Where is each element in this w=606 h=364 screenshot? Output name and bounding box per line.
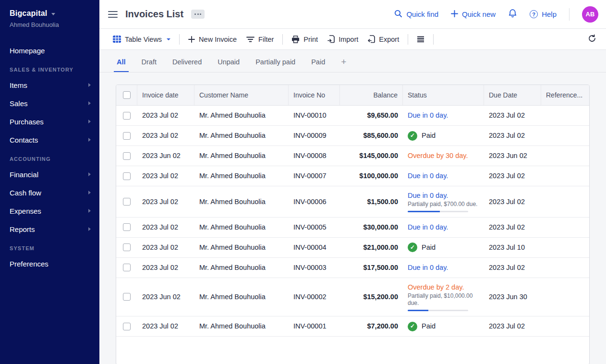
toolbar-divider: [179, 34, 180, 45]
help-button[interactable]: ? Help: [530, 10, 557, 18]
table-row[interactable]: 2023 Jul 02Mr. Ahmed BouhuoliaINV-00007$…: [116, 166, 589, 186]
row-checkbox[interactable]: [123, 112, 131, 120]
status-cell: Due in 0 day.: [403, 167, 484, 185]
select-all-checkbox[interactable]: [123, 91, 131, 99]
sidebar-item-financial[interactable]: Financial: [0, 165, 99, 183]
row-density-button[interactable]: [412, 32, 429, 47]
content: AllDraftDeliveredUnpaidPartially paidPai…: [99, 50, 606, 364]
tab-paid[interactable]: Paid: [311, 58, 325, 72]
sidebar: Bigcapital Ahmed Bouhuolia HomepageSALES…: [0, 0, 99, 364]
organization-switcher[interactable]: Bigcapital: [0, 9, 99, 18]
table-row[interactable]: 2023 Jul 02Mr. Ahmed BouhuoliaINV-00004$…: [116, 238, 589, 258]
row-checkbox[interactable]: [123, 152, 131, 160]
refresh-button[interactable]: [586, 32, 598, 47]
new-invoice-button[interactable]: New Invoice: [183, 32, 242, 47]
table-row[interactable]: 2023 Jun 02Mr. Ahmed BouhuoliaINV-00008$…: [116, 146, 589, 166]
table-row[interactable]: 2023 Jul 02Mr. Ahmed BouhuoliaINV-00006$…: [116, 186, 589, 218]
row-checkbox[interactable]: [123, 198, 131, 206]
menu-icon[interactable]: [108, 11, 118, 18]
import-button[interactable]: Import: [323, 32, 363, 47]
reference-cell: [541, 263, 589, 272]
invoice-date-cell: 2023 Jul 02: [137, 258, 194, 277]
due-date-cell: 2023 Jul 02: [484, 126, 541, 145]
tab-draft[interactable]: Draft: [142, 58, 157, 72]
table-row[interactable]: 2023 Jul 02Mr. Ahmed BouhuoliaINV-00010$…: [116, 106, 589, 126]
row-checkbox-cell: [116, 107, 137, 124]
row-checkbox[interactable]: [123, 172, 131, 180]
table-views-label: Table Views: [125, 36, 162, 43]
table-row[interactable]: 2023 Jul 02Mr. Ahmed BouhuoliaINV-00003$…: [116, 258, 589, 278]
sidebar-item-preferences[interactable]: Preferences: [0, 255, 99, 273]
quick-find-label: Quick find: [406, 10, 438, 18]
sidebar-item-label: Sales: [10, 99, 28, 108]
row-checkbox[interactable]: [123, 243, 131, 251]
filter-button[interactable]: Filter: [242, 32, 279, 47]
table-row[interactable]: 2023 Jul 02Mr. Ahmed BouhuoliaINV-00009$…: [116, 126, 589, 146]
add-view-button[interactable]: +: [341, 57, 346, 72]
sidebar-item-reports[interactable]: Reports: [0, 220, 99, 238]
more-options-button[interactable]: [191, 10, 205, 19]
toolbar-divider: [408, 34, 408, 45]
tab-unpaid[interactable]: Unpaid: [218, 58, 240, 72]
table-row[interactable]: 2023 Jun 02Mr. Ahmed BouhuoliaINV-00002$…: [116, 278, 589, 316]
row-checkbox-cell: [116, 168, 137, 185]
status-text: Due in 0 day.: [408, 191, 479, 200]
column-header-invoice-no[interactable]: Invoice No: [289, 85, 340, 105]
table-row[interactable]: 2023 Jul 02Mr. Ahmed BouhuoliaINV-00001$…: [116, 316, 589, 337]
reference-cell: [541, 243, 589, 252]
tab-delivered[interactable]: Delivered: [172, 58, 202, 72]
column-header-reference[interactable]: Reference...: [541, 85, 589, 105]
filter-label: Filter: [258, 36, 274, 43]
column-header-invoice-date[interactable]: Invoice date: [137, 85, 194, 105]
topbar: Invoices List Quick find Quick new: [99, 0, 606, 29]
paid-status-badge: ✓Paid: [408, 322, 479, 331]
sidebar-nav: HomepageSALES & INVENTORYItemsSalesPurch…: [0, 41, 99, 273]
table-grid-icon: [113, 36, 121, 43]
reference-cell: [541, 131, 589, 141]
sidebar-item-sales[interactable]: Sales: [0, 94, 99, 112]
table-views-button[interactable]: Table Views: [108, 32, 175, 47]
customer-name-cell: Mr. Ahmed Bouhuolia: [194, 167, 289, 185]
row-checkbox-cell: [116, 147, 137, 165]
toolbar-divider: [282, 34, 283, 45]
column-header-due-date[interactable]: Due Date: [484, 85, 541, 105]
balance-cell: $7,200.00: [340, 317, 403, 335]
sidebar-item-label: Financial: [10, 170, 38, 179]
plus-icon: [451, 10, 458, 19]
printer-icon: [291, 36, 300, 43]
column-header-status[interactable]: Status: [403, 85, 484, 105]
row-checkbox[interactable]: [123, 223, 131, 231]
sidebar-item-expenses[interactable]: Expenses: [0, 202, 99, 220]
sidebar-item-contacts[interactable]: Contacts: [0, 131, 99, 149]
refresh-icon: [588, 34, 596, 45]
row-checkbox[interactable]: [123, 293, 131, 301]
new-invoice-label: New Invoice: [199, 36, 237, 43]
tab-partially-paid[interactable]: Partially paid: [255, 58, 295, 72]
plus-icon: [188, 36, 195, 43]
customer-name-cell: Mr. Ahmed Bouhuolia: [194, 317, 289, 335]
row-checkbox[interactable]: [123, 264, 131, 271]
sidebar-item-purchases[interactable]: Purchases: [0, 112, 99, 131]
tab-all[interactable]: All: [117, 58, 126, 72]
sidebar-item-cash-flow[interactable]: Cash flow: [0, 183, 99, 202]
customer-name-cell: Mr. Ahmed Bouhuolia: [194, 288, 289, 306]
sidebar-item-homepage[interactable]: Homepage: [0, 41, 99, 60]
reference-cell: [541, 222, 589, 232]
table-row[interactable]: 2023 Jul 02Mr. Ahmed BouhuoliaINV-00005$…: [116, 218, 589, 238]
row-checkbox[interactable]: [123, 323, 131, 330]
invoice-no-cell: INV-00001: [289, 317, 340, 335]
invoice-no-cell: INV-00007: [289, 167, 340, 185]
export-button[interactable]: Export: [363, 32, 404, 47]
topbar-divider: [569, 8, 570, 21]
invoice-date-cell: 2023 Jul 02: [137, 238, 194, 256]
quick-new-button[interactable]: Quick new: [451, 10, 496, 19]
column-header-balance[interactable]: Balance: [340, 85, 403, 105]
sidebar-item-items[interactable]: Items: [0, 76, 99, 94]
print-button[interactable]: Print: [287, 32, 323, 47]
row-checkbox[interactable]: [123, 132, 131, 140]
reference-cell: [541, 111, 589, 121]
quick-find-button[interactable]: Quick find: [394, 10, 438, 19]
avatar[interactable]: AB: [582, 6, 598, 23]
notifications-bell-button[interactable]: [508, 9, 517, 20]
column-header-customer-name[interactable]: Customer Name: [194, 85, 289, 105]
